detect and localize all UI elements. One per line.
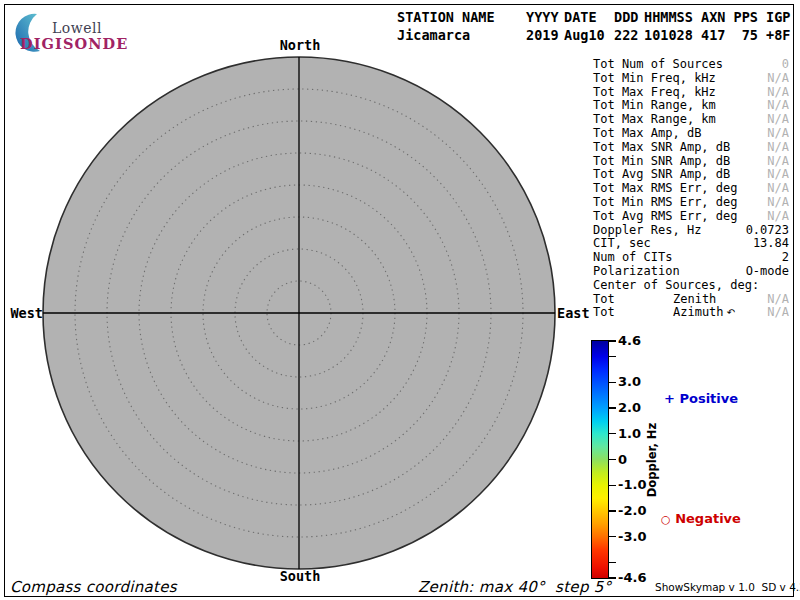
skymap-plot [19, 33, 579, 593]
compass-label-north: North [272, 38, 328, 52]
stats-label: Tot Num of Sources [593, 58, 723, 72]
stats-row: Tot Max Freq, kHzN/A [593, 86, 789, 100]
header-col-value: 222 [614, 26, 638, 44]
stats-label: CIT, sec [593, 237, 651, 251]
stats-label: Tot Max RMS Err, deg [593, 182, 738, 196]
colorbar-tick-label: -1.0 [618, 478, 646, 492]
stats-label: Polarization [593, 265, 680, 279]
stats-row: Tot Avg SNR Amp, dBN/A [593, 168, 789, 182]
stats-value: 0 [782, 58, 789, 72]
header-col-hhmmss: HHMMSS101028 [644, 8, 693, 44]
stats-value: N/A [767, 306, 789, 320]
stats-sublabel: Zenith [673, 293, 716, 307]
compass-label-east: East [557, 306, 607, 320]
stats-value: N/A [767, 127, 789, 141]
stats-value: N/A [767, 155, 789, 169]
stats-row: Tot Avg RMS Err, degN/A [593, 210, 789, 224]
stats-row: Tot Max SNR Amp, dBN/A [593, 141, 789, 155]
header-col-value: 75 [726, 26, 758, 44]
colorbar-tick [609, 407, 616, 408]
stats-label: Doppler Res, Hz [593, 224, 701, 238]
stats-label: Num of CITs [593, 251, 672, 265]
header-col-value: 101028 [644, 26, 693, 44]
stats-row: TotZenithN/A [593, 293, 789, 307]
version-text: ShowSkymap v 1.0 SD v 4.2 [655, 581, 800, 593]
zenith-range-note: Zenith: max 40° step 5° [418, 578, 611, 596]
compass-label-south: South [272, 569, 328, 583]
stats-value: N/A [767, 141, 789, 155]
colorbar-tick [609, 459, 616, 460]
stats-row: Center of Sources, deg: [593, 279, 789, 293]
stats-label: Tot Max Range, km [593, 113, 716, 127]
header-col-label: DATE [564, 8, 605, 26]
header-col-label: PPS [726, 8, 758, 26]
azimuth-arrow-icon: ↶ [724, 307, 736, 318]
legend-positive-label: Positive [679, 391, 738, 406]
stats-value: N/A [767, 86, 789, 100]
colorbar-tick [609, 562, 616, 563]
colorbar-tick-label: -4.6 [618, 571, 646, 585]
circle-icon: ○ [661, 513, 671, 526]
header-col-axn: AXN417 [701, 8, 725, 44]
stats-value: N/A [767, 72, 789, 86]
colorbar-tick-label: 1.0 [618, 427, 641, 441]
legend-positive: + Positive [664, 391, 738, 406]
stats-value: O-mode [746, 265, 789, 279]
header-col-value: 417 [701, 26, 725, 44]
stats-value: 0.0723 [746, 224, 789, 238]
colorbar-gradient [591, 340, 609, 579]
stats-label: Tot Min Freq, kHz [593, 72, 716, 86]
stats-row: Tot Min SNR Amp, dBN/A [593, 155, 789, 169]
stats-value: N/A [767, 293, 789, 307]
stats-label: Tot Max SNR Amp, dB [593, 141, 730, 155]
stats-row: Num of CITs2 [593, 251, 789, 265]
plus-icon: + [664, 391, 675, 406]
colorbar-tick-label: -3.0 [618, 530, 646, 544]
stats-value: N/A [767, 196, 789, 210]
stats-value: N/A [767, 113, 789, 127]
stats-label: Tot Avg RMS Err, deg [593, 210, 738, 224]
colorbar-tick [609, 356, 616, 357]
stats-row: Tot Max Range, kmN/A [593, 113, 789, 127]
header-col-ddd: DDD222 [614, 8, 638, 44]
skymap-screen: { "logo": { "line1": "Lowell", "line2": … [0, 0, 800, 600]
stats-row: Tot Max Amp, dBN/A [593, 127, 789, 141]
header-col-label: STATION NAME [397, 8, 495, 26]
compass-label-west: West [0, 306, 43, 320]
stats-value: 2 [782, 251, 789, 265]
stats-row: Tot Max RMS Err, degN/A [593, 182, 789, 196]
colorbar-tick-label: 0 [618, 453, 627, 467]
stats-label: Tot Min SNR Amp, dB [593, 155, 730, 169]
stats-row: Tot Min RMS Err, degN/A [593, 196, 789, 210]
legend-negative-label: Negative [675, 511, 741, 526]
header-col-igp: IGP+8F [766, 8, 790, 44]
stats-row: Tot Min Freq, kHzN/A [593, 72, 789, 86]
stats-value: N/A [767, 182, 789, 196]
stats-row: TotAzimuth ↶N/A [593, 306, 789, 320]
stats-label: Tot Min RMS Err, deg [593, 196, 738, 210]
stats-label: Center of Sources, deg: [593, 279, 759, 293]
colorbar-tick-label: -2.0 [618, 504, 646, 518]
colorbar-tick-label: 2.0 [618, 401, 641, 415]
header-col-label: DDD [614, 8, 638, 26]
colorbar-tick [609, 340, 616, 341]
stats-sublabel: Azimuth ↶ [673, 306, 735, 320]
coordinates-note: Compass coordinates [10, 578, 177, 596]
colorbar-tick [609, 382, 616, 383]
colorbar-tick [609, 510, 616, 511]
stats-panel: Tot Num of Sources0Tot Min Freq, kHzN/AT… [593, 58, 789, 320]
colorbar-tick [609, 485, 616, 486]
header-col-label: AXN [701, 8, 725, 26]
stats-value: 13.84 [753, 237, 789, 251]
stats-label: Tot Min Range, km [593, 99, 716, 113]
stats-label: Tot Avg SNR Amp, dB [593, 168, 730, 182]
colorbar-tick-label: 3.0 [618, 375, 641, 389]
header-col-label: YYYY [526, 8, 559, 26]
stats-label: Tot Max Amp, dB [593, 127, 701, 141]
stats-row: Tot Num of Sources0 [593, 58, 789, 72]
header-col-label: IGP [766, 8, 790, 26]
stats-row: Tot Min Range, kmN/A [593, 99, 789, 113]
stats-row: CIT, sec13.84 [593, 237, 789, 251]
stats-value: N/A [767, 210, 789, 224]
stats-row: Doppler Res, Hz0.0723 [593, 224, 789, 238]
